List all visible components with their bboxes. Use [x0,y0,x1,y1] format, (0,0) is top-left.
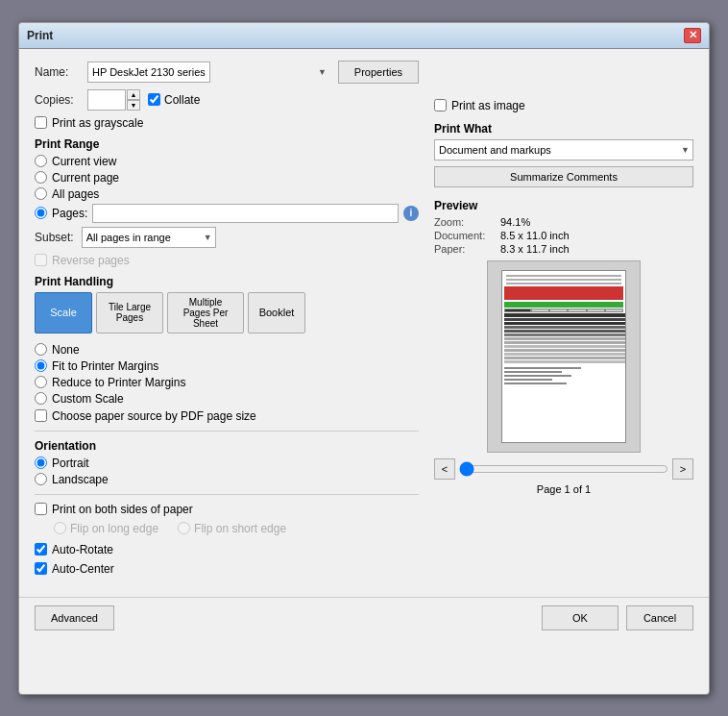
orientation-title: Orientation [35,439,419,453]
paper-label: Paper: [434,243,497,255]
portrait-label: Portrait [52,457,89,470]
print-both-sides-checkbox[interactable] [35,503,47,515]
svg-rect-2 [504,322,625,325]
pages-radio[interactable] [35,207,47,219]
print-as-image-label: Print as image [451,99,525,112]
left-panel: Name: HP DeskJet 2130 series Properties … [35,61,419,581]
all-pages-label: All pages [52,187,99,201]
flip-long-edge-radio[interactable] [54,522,66,534]
svg-rect-8 [504,345,625,348]
collate-checkbox[interactable] [148,93,160,106]
auto-rotate-label: Auto-Rotate [52,543,113,556]
collate-label: Collate [148,93,200,107]
print-handling-buttons: Scale Tile Large Pages Multiple Pages Pe… [35,292,419,333]
current-view-radio[interactable] [35,155,47,167]
scale-button[interactable]: Scale [35,292,92,333]
svg-rect-13 [504,367,581,369]
print-what-wrapper: Document and markupsDocument onlyForm fi… [434,139,693,160]
properties-button[interactable]: Properties [338,61,419,84]
auto-center-label: Auto-Center [52,562,114,576]
print-dialog: Print ✕ Name: HP DeskJet 2130 series Pro… [18,22,710,695]
close-button[interactable]: ✕ [684,28,701,43]
next-page-button[interactable]: > [672,458,693,480]
preview-box [487,260,641,453]
document-value: 8.5 x 11.0 inch [500,230,570,241]
slider-row: < > [434,458,693,480]
print-both-sides-label: Print on both sides of paper [52,503,193,516]
current-view-label: Current view [52,155,116,168]
reduce-to-printer-radio[interactable] [35,376,47,388]
svg-rect-7 [504,341,625,344]
pages-label: Pages: [52,207,87,220]
svg-rect-12 [504,360,625,363]
print-handling-title: Print Handling [35,275,419,288]
preview-title: Preview [434,199,693,212]
svg-rect-6 [504,337,625,340]
svg-rect-17 [504,383,567,384]
print-what-select[interactable]: Document and markupsDocument onlyForm fi… [434,139,693,160]
choose-paper-checkbox[interactable] [35,409,47,422]
name-label: Name: [35,65,87,79]
subset-label: Subset: [35,231,74,244]
flip-short-edge-radio[interactable] [178,522,190,534]
custom-scale-radio[interactable] [35,392,47,405]
fit-to-printer-radio[interactable] [35,359,47,372]
preview-section: Preview Zoom: 94.1% Document: 8.5 x 11.0… [434,199,693,495]
svg-rect-11 [504,357,625,359]
zoom-label: Zoom: [434,216,497,228]
none-radio[interactable] [35,343,47,356]
custom-scale-label: Custom Scale [52,392,124,406]
landscape-label: Landscape [52,473,109,486]
title-bar: Print ✕ [19,23,709,49]
svg-rect-10 [504,353,625,356]
printer-select[interactable]: HP DeskJet 2130 series [87,62,210,83]
portrait-radio[interactable] [35,457,47,469]
print-what-title: Print What [434,122,693,136]
subset-select[interactable]: All pages in rangeEven pages onlyOdd pag… [82,227,216,248]
copies-spinner[interactable]: ▲ ▼ [127,89,140,111]
copies-up-button[interactable]: ▲ [127,89,140,100]
none-label: None [52,343,80,357]
landscape-radio[interactable] [35,473,47,485]
advanced-button[interactable]: Advanced [35,605,114,630]
reverse-pages-label: Reverse pages [52,254,130,267]
summarize-comments-button[interactable]: Summarize Comments [434,166,693,187]
svg-rect-16 [504,379,552,381]
print-as-grayscale-checkbox[interactable] [35,116,47,129]
cancel-button[interactable]: Cancel [626,605,693,630]
prev-page-button[interactable]: < [434,458,455,480]
preview-table-svg [504,313,625,390]
page-info: Page 1 of 1 [434,483,693,495]
svg-rect-0 [504,313,625,317]
svg-rect-9 [504,349,625,352]
ok-button[interactable]: OK [542,605,619,630]
fit-to-printer-label: Fit to Printer Margins [52,359,158,373]
flip-short-edge-label: Flip on short edge [194,522,286,535]
auto-rotate-checkbox[interactable] [35,543,47,556]
copies-down-button[interactable]: ▼ [127,100,140,111]
paper-value: 8.3 x 11.7 inch [500,243,570,255]
svg-rect-3 [504,326,625,329]
auto-center-checkbox[interactable] [35,562,47,575]
all-pages-radio[interactable] [35,187,47,200]
choose-paper-label: Choose paper source by PDF page size [52,409,256,423]
copies-input[interactable]: 1 [87,89,126,111]
booklet-button[interactable]: Booklet [248,292,305,333]
print-as-grayscale-label: Print as grayscale [52,116,143,130]
pages-input[interactable] [92,204,399,223]
svg-rect-1 [504,318,625,321]
print-as-image-checkbox[interactable] [434,99,447,111]
current-page-radio[interactable] [35,171,47,184]
info-icon[interactable]: i [403,206,419,221]
page-preview [501,270,626,443]
svg-rect-15 [504,375,571,377]
document-label: Document: [434,230,497,241]
reduce-to-printer-label: Reduce to Printer Margins [52,376,185,389]
page-slider[interactable] [459,462,668,476]
tile-large-pages-button[interactable]: Tile Large Pages [96,292,163,333]
bottom-bar: Advanced OK Cancel [19,597,709,638]
svg-rect-14 [504,371,562,373]
reverse-pages-checkbox[interactable] [35,254,47,266]
flip-long-edge-label: Flip on long edge [70,522,158,535]
multiple-pages-button[interactable]: Multiple Pages Per Sheet [167,292,244,333]
